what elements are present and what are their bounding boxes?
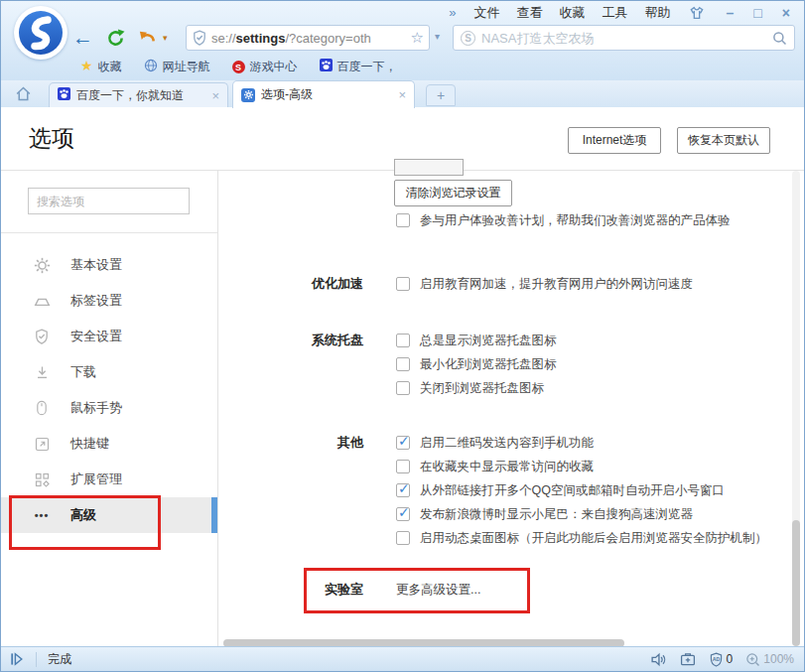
sidebar-item-extensions[interactable]: 扩展管理 — [1, 462, 217, 497]
ad-block-count: 0 — [727, 652, 734, 666]
menu-item[interactable]: 工具 — [603, 4, 628, 22]
checkbox-row: 在收藏夹中显示最常访问的收藏 — [396, 455, 767, 478]
tab-active[interactable]: 选项-高级× — [232, 80, 415, 108]
download-manager-icon[interactable] — [680, 651, 696, 667]
check-mark-icon: ✓ — [398, 504, 410, 520]
checkbox-checked[interactable]: ✓ — [396, 483, 410, 497]
zoom-magnifier-icon — [745, 652, 760, 667]
check-mark-icon: ✓ — [398, 433, 410, 449]
tab-icon — [32, 293, 52, 310]
checkbox-row: 启用教育网加速，提升教育网用户的外网访问速度 — [396, 272, 693, 296]
new-tab-button[interactable]: + — [426, 84, 456, 106]
settings-body: 基本设置标签设置安全设置下载鼠标手势快捷键扩展管理•••高级 清除浏览记录设置 … — [1, 170, 804, 646]
sidebar-item-mouse[interactable]: 鼠标手势 — [1, 390, 217, 426]
sogou-logo-icon[interactable] — [14, 6, 67, 60]
checkbox-unchecked[interactable] — [396, 277, 410, 291]
sidebar-item-gear[interactable]: 基本设置 — [1, 247, 217, 283]
checkbox-row: 参与用户体验改善计划，帮助我们改善浏览器的产品体验 — [396, 208, 731, 232]
sidebar-item-tab[interactable]: 标签设置 — [1, 283, 217, 319]
magnifier-icon[interactable] — [772, 31, 787, 46]
tab-label: 选项-高级 — [261, 86, 392, 103]
mouse-icon — [32, 400, 52, 416]
nav-buttons: ← ▾ — [72, 25, 168, 51]
checkbox-unchecked[interactable] — [396, 381, 410, 395]
paw-icon — [320, 59, 333, 74]
checkbox-label: 启用教育网加速，提升教育网用户的外网访问速度 — [420, 276, 693, 293]
vertical-scrollbar-thumb[interactable] — [792, 520, 800, 646]
bookmark-label: 收藏 — [98, 59, 122, 75]
checkbox-unchecked[interactable] — [396, 460, 410, 473]
bookmark-item[interactable]: 百度一下， — [320, 59, 397, 75]
sidebar-toggle-icon[interactable] — [9, 651, 25, 667]
bookmark-item[interactable]: 网址导航 — [144, 59, 210, 75]
menu-item[interactable]: 查看 — [517, 4, 543, 22]
clear-history-settings-button[interactable]: 清除浏览记录设置 — [394, 180, 512, 206]
url-text[interactable]: se://settings/?category=oth — [211, 31, 417, 46]
sidebar-item-download[interactable]: 下载 — [1, 354, 217, 390]
checkbox-label: 在收藏夹中显示最常访问的收藏 — [420, 459, 594, 475]
maximize-button[interactable]: □ — [753, 5, 761, 21]
tab-label: 百度一下，你就知道 — [76, 87, 205, 104]
ad-block-shield-icon: AD — [709, 652, 724, 667]
section-rows: 总是显示浏览器托盘图标最小化到浏览器托盘图标关闭到浏览器托盘图标 — [396, 329, 557, 400]
menu-item[interactable]: 文件 — [474, 4, 500, 22]
gear-blue-icon — [241, 88, 255, 102]
status-text: 完成 — [48, 651, 71, 668]
minimize-button[interactable]: – — [727, 5, 735, 21]
bookmark-item[interactable]: S游戏中心 — [232, 59, 298, 75]
speaker-icon[interactable] — [650, 651, 667, 668]
sidebar-search-input[interactable] — [28, 188, 190, 214]
checkbox-checked[interactable]: ✓ — [396, 436, 410, 450]
settings-sidebar: 基本设置标签设置安全设置下载鼠标手势快捷键扩展管理•••高级 — [1, 171, 217, 646]
address-bar[interactable]: se://settings/?category=oth ☆ — [186, 25, 430, 51]
bookmark-item[interactable]: ★收藏 — [80, 59, 122, 75]
checkbox-label: 总是显示浏览器托盘图标 — [420, 333, 557, 349]
more-advanced-settings-link[interactable]: 更多高级设置... — [396, 578, 480, 602]
sidebar-item-dots[interactable]: •••高级 — [1, 497, 217, 533]
address-dropdown-caret-icon[interactable]: ▾ — [435, 31, 440, 42]
tab-inactive[interactable]: 百度一下，你就知道× — [49, 82, 228, 107]
sidebar-item-shield-check[interactable]: 安全设置 — [1, 319, 217, 354]
refresh-button[interactable] — [106, 29, 125, 48]
browser-window: » 文件查看收藏工具帮助 – □ × ← — [0, 0, 805, 672]
zoom-group[interactable]: 100% — [745, 652, 794, 667]
internet-options-button[interactable]: Internet选项 — [568, 127, 661, 154]
home-icon[interactable] — [15, 85, 32, 106]
menubar-overflow-icon[interactable]: » — [449, 5, 456, 20]
section-label: 系统托盘 — [218, 329, 363, 400]
checkbox-unchecked[interactable] — [396, 334, 410, 347]
checkbox-unchecked[interactable] — [396, 531, 410, 545]
sidebar-item-shortcut[interactable]: 快捷键 — [1, 426, 217, 462]
sogou-search-icon: S — [461, 31, 475, 46]
search-bar[interactable]: S — [453, 25, 795, 51]
dots-icon: ••• — [32, 509, 52, 521]
download-icon — [32, 365, 52, 380]
checkbox-label: 关闭到浏览器托盘图标 — [420, 380, 544, 397]
undo-button[interactable] — [138, 29, 157, 48]
lab-section: 实验室 更多高级设置... — [218, 578, 480, 602]
tab-bar: 百度一下，你就知道×选项-高级× + — [1, 80, 804, 107]
back-button[interactable]: ← — [72, 28, 93, 48]
tab-close-icon[interactable]: × — [398, 87, 406, 102]
checkbox-unchecked[interactable] — [396, 213, 410, 227]
menu-item[interactable]: 帮助 — [645, 4, 671, 22]
restore-defaults-button[interactable]: 恢复本页默认 — [677, 127, 770, 154]
checkbox-unchecked[interactable] — [396, 357, 410, 371]
tab-close-icon[interactable]: × — [211, 88, 219, 103]
skin-theme-icon[interactable] — [689, 5, 705, 21]
close-button[interactable]: × — [782, 5, 790, 21]
menubar-items: 文件查看收藏工具帮助 — [474, 4, 671, 22]
ad-block-group[interactable]: AD 0 — [709, 652, 734, 667]
search-input[interactable] — [481, 31, 766, 46]
favorite-star-icon[interactable]: ☆ — [411, 29, 424, 47]
window-controls: – □ × — [727, 5, 790, 21]
undo-dropdown-caret-icon[interactable]: ▾ — [163, 33, 168, 43]
partially-visible-button[interactable] — [394, 159, 464, 176]
check-mark-icon: ✓ — [398, 480, 410, 496]
checkbox-row: 最小化到浏览器托盘图标 — [396, 352, 557, 376]
checkbox-row: 关闭到浏览器托盘图标 — [396, 376, 557, 400]
checkbox-checked[interactable]: ✓ — [396, 507, 410, 521]
menu-item[interactable]: 收藏 — [560, 4, 586, 22]
checkbox-label: 发布新浪微博时显示小尾巴：来自搜狗高速浏览器 — [420, 506, 693, 523]
settings-page: 选项 Internet选项 恢复本页默认 基本设置标签设置安全设置下载鼠标手势快… — [1, 107, 804, 646]
